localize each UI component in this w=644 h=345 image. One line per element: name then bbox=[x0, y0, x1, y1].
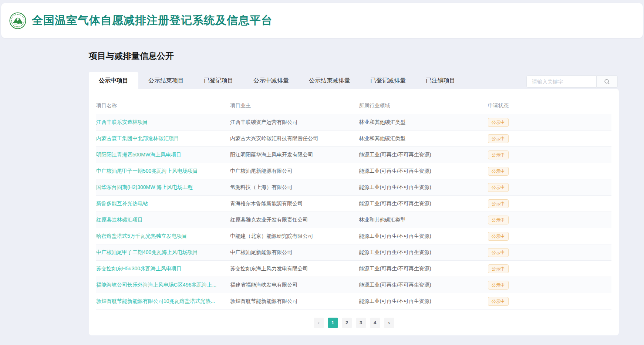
project-name-link[interactable]: 红原县造林碳汇项目 bbox=[96, 217, 230, 223]
chevron-right-icon[interactable]: › bbox=[384, 318, 394, 328]
project-status-cell: 公示中 bbox=[488, 297, 611, 306]
table-row: 明阳阳江青洲四500MW海上风电项目 阳江明阳蕴华海上风电开发有限公司 能源工业… bbox=[96, 146, 611, 163]
project-industry: 能源工业(可再生/不可再生资源) bbox=[359, 249, 488, 256]
status-badge: 公示中 bbox=[488, 183, 509, 192]
status-badge: 公示中 bbox=[488, 134, 509, 143]
status-badge: 公示中 bbox=[488, 216, 509, 224]
search-icon bbox=[604, 79, 610, 85]
app-title: 全国温室气体自愿减排注册登记系统及信息平台 bbox=[32, 13, 273, 28]
project-name-link[interactable]: 新鲁多能互补光热电站 bbox=[96, 200, 230, 207]
project-industry: 林业和其他碳汇类型 bbox=[359, 119, 488, 126]
project-status-cell: 公示中 bbox=[488, 248, 611, 257]
page-number-button[interactable]: 3 bbox=[356, 318, 366, 328]
project-name-link[interactable]: 内蒙古森工集团中北部造林碳汇项目 bbox=[96, 135, 230, 142]
project-status-cell: 公示中 bbox=[488, 281, 611, 290]
table-row: 中广核汕尾甲子一期500兆瓦海上风电场项目 中广核汕尾新能源有限公司 能源工业(… bbox=[96, 163, 611, 179]
project-name-link[interactable]: 国华东台四期(H2)300MW 海上风电场工程 bbox=[96, 184, 230, 191]
project-status-cell: 公示中 bbox=[488, 232, 611, 241]
section-title: 项目与减排量信息公开 bbox=[89, 38, 619, 62]
mee-logo-icon: MEE bbox=[9, 12, 26, 29]
project-status-cell: 公示中 bbox=[488, 167, 611, 176]
status-badge: 公示中 bbox=[488, 199, 509, 208]
status-badge: 公示中 bbox=[488, 248, 509, 257]
chevron-left-icon[interactable]: ‹ bbox=[314, 318, 324, 328]
project-name-link[interactable]: 中广核汕尾甲子一期500兆瓦海上风电场项目 bbox=[96, 168, 230, 175]
project-name-link[interactable]: 福能海峡公司长乐外海海上风电场C区496兆瓦海上... bbox=[96, 282, 230, 288]
project-status-cell: 公示中 bbox=[488, 150, 611, 159]
projects-card: 项目名称 项目业主 所属行业领域 申请状态 江西丰联乐安造林项目 江西丰联碳资产… bbox=[89, 89, 619, 335]
project-status-cell: 公示中 bbox=[488, 264, 611, 273]
project-name-link[interactable]: 苏交控如东H5#300兆瓦海上风电项目 bbox=[96, 265, 230, 272]
tab-label: 公示中减排量 bbox=[253, 77, 289, 84]
project-industry: 能源工业(可再生/不可再生资源) bbox=[359, 184, 488, 191]
main-content: 项目与减排量信息公开 公示中项目 公示结束项目 已登记项目 公示中减排量 公示结… bbox=[89, 38, 619, 335]
table-row: 中广核汕尾甲子二期400兆瓦海上风电场项目 中广核汕尾新能源有限公司 能源工业(… bbox=[96, 244, 611, 260]
status-badge: 公示中 bbox=[488, 264, 509, 273]
page-number-label: 3 bbox=[360, 320, 362, 325]
tab-item[interactable]: 公示中减排量 bbox=[243, 72, 299, 89]
table-row: 福能海峡公司长乐外海海上风电场C区496兆瓦海上... 福建省福能海峡发电有限公… bbox=[96, 277, 611, 293]
project-name-link[interactable]: 明阳阳江青洲四500MW海上风电项目 bbox=[96, 152, 230, 158]
project-owner: 敦煌首航节能新能源有限公司 bbox=[230, 298, 359, 305]
project-status-cell: 公示中 bbox=[488, 216, 611, 224]
tab-item[interactable]: 公示结束减排量 bbox=[299, 72, 360, 89]
page-number-button[interactable]: 4 bbox=[370, 318, 380, 328]
project-industry: 能源工业(可再生/不可再生资源) bbox=[359, 152, 488, 158]
project-owner: 青海格尔木鲁能新能源有限公司 bbox=[230, 200, 359, 207]
tab-item[interactable]: 已登记项目 bbox=[194, 72, 243, 89]
project-name-link[interactable]: 中广核汕尾甲子二期400兆瓦海上风电场项目 bbox=[96, 249, 230, 256]
app-header: MEE 全国温室气体自愿减排注册登记系统及信息平台 bbox=[1, 3, 643, 38]
project-owner: 江西丰联碳资产运营有限公司 bbox=[230, 119, 359, 126]
status-badge: 公示中 bbox=[488, 150, 509, 159]
project-industry: 能源工业(可再生/不可再生资源) bbox=[359, 282, 488, 288]
table-row: 江西丰联乐安造林项目 江西丰联碳资产运营有限公司 林业和其他碳汇类型 公示中 bbox=[96, 114, 611, 130]
status-badge: 公示中 bbox=[488, 232, 509, 241]
search-button[interactable] bbox=[597, 75, 618, 88]
tab-label: 已登记减排量 bbox=[370, 77, 406, 84]
project-industry: 林业和其他碳汇类型 bbox=[359, 217, 488, 223]
project-owner: 福建省福能海峡发电有限公司 bbox=[230, 282, 359, 288]
project-industry: 能源工业(可再生/不可再生资源) bbox=[359, 168, 488, 175]
tabs-row: 公示中项目 公示结束项目 已登记项目 公示中减排量 公示结束减排量 已登记减排量… bbox=[89, 72, 619, 89]
page-number-button[interactable]: 2 bbox=[342, 318, 352, 328]
table-row: 哈密熔盐塔式5万千瓦光热独立发电项目 中能建（北京）能源研究院有限公司 能源工业… bbox=[96, 228, 611, 244]
search-input[interactable] bbox=[526, 75, 597, 88]
project-owner: 中广核汕尾新能源有限公司 bbox=[230, 168, 359, 175]
tab-item[interactable]: 已注销项目 bbox=[416, 72, 465, 89]
project-owner: 红原县雅克农业开发有限责任公司 bbox=[230, 217, 359, 223]
project-industry: 能源工业(可再生/不可再生资源) bbox=[359, 233, 488, 240]
pagination: ‹ 1 2 3 4 › bbox=[96, 318, 611, 328]
project-owner: 中能建（北京）能源研究院有限公司 bbox=[230, 233, 359, 240]
project-status-cell: 公示中 bbox=[488, 183, 611, 192]
tab-label: 已登记项目 bbox=[204, 77, 233, 84]
tab-item[interactable]: 已登记减排量 bbox=[360, 72, 416, 89]
tab-label: 公示结束项目 bbox=[148, 77, 184, 84]
table-row: 新鲁多能互补光热电站 青海格尔木鲁能新能源有限公司 能源工业(可再生/不可再生资… bbox=[96, 195, 611, 212]
page-number-button[interactable]: 1 bbox=[328, 318, 338, 328]
tab-item[interactable]: 公示结束项目 bbox=[138, 72, 194, 89]
table-row: 内蒙古森工集团中北部造林碳汇项目 内蒙古大兴安岭碳汇科技有限责任公司 林业和其他… bbox=[96, 130, 611, 146]
project-status-cell: 公示中 bbox=[488, 118, 611, 127]
tab-label: 已注销项目 bbox=[426, 77, 455, 84]
tab-item[interactable]: 公示中项目 bbox=[89, 72, 138, 89]
page-number-label: 4 bbox=[374, 320, 376, 325]
project-name-link[interactable]: 哈密熔盐塔式5万千瓦光热独立发电项目 bbox=[96, 233, 230, 240]
table-header: 项目名称 项目业主 所属行业领域 申请状态 bbox=[96, 98, 611, 114]
page-number-label: 1 bbox=[331, 320, 334, 325]
project-owner: 内蒙古大兴安岭碳汇科技有限责任公司 bbox=[230, 135, 359, 142]
project-owner: 阳江明阳蕴华海上风电开发有限公司 bbox=[230, 152, 359, 158]
table-row: 敦煌首航节能新能源有限公司10兆瓦熔盐塔式光热... 敦煌首航节能新能源有限公司… bbox=[96, 293, 611, 309]
status-badge: 公示中 bbox=[488, 297, 509, 306]
project-name-link[interactable]: 江西丰联乐安造林项目 bbox=[96, 119, 230, 126]
tab-label: 公示结束减排量 bbox=[309, 77, 350, 84]
project-owner: 氢溯科技（上海）有限公司 bbox=[230, 184, 359, 191]
project-status-cell: 公示中 bbox=[488, 199, 611, 208]
table-body: 江西丰联乐安造林项目 江西丰联碳资产运营有限公司 林业和其他碳汇类型 公示中 内… bbox=[96, 114, 611, 310]
svg-text:MEE: MEE bbox=[16, 26, 20, 28]
project-owner: 苏交控如东海上风力发电有限公司 bbox=[230, 265, 359, 272]
column-header-name: 项目名称 bbox=[96, 102, 230, 109]
page-number-label: 2 bbox=[345, 320, 348, 325]
project-name-link[interactable]: 敦煌首航节能新能源有限公司10兆瓦熔盐塔式光热... bbox=[96, 298, 230, 305]
status-badge: 公示中 bbox=[488, 167, 509, 176]
project-industry: 林业和其他碳汇类型 bbox=[359, 135, 488, 142]
